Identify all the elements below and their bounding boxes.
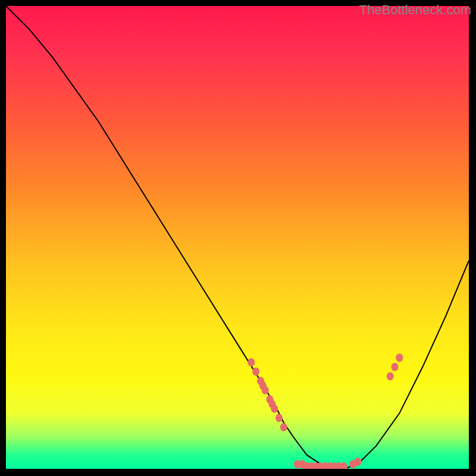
data-marker (392, 363, 399, 371)
data-marker (396, 353, 403, 362)
data-marker (271, 405, 278, 413)
data-marker (248, 358, 255, 367)
data-marker (252, 368, 259, 376)
data-marker (262, 386, 269, 394)
bottleneck-curve (6, 6, 469, 469)
data-markers (248, 353, 403, 469)
chart-svg (6, 6, 469, 469)
data-marker (280, 423, 287, 431)
plot-area (6, 6, 469, 469)
data-marker (387, 372, 394, 380)
data-marker (275, 414, 283, 422)
watermark-text: TheBottleneck.com (359, 2, 471, 18)
data-marker (354, 458, 361, 466)
